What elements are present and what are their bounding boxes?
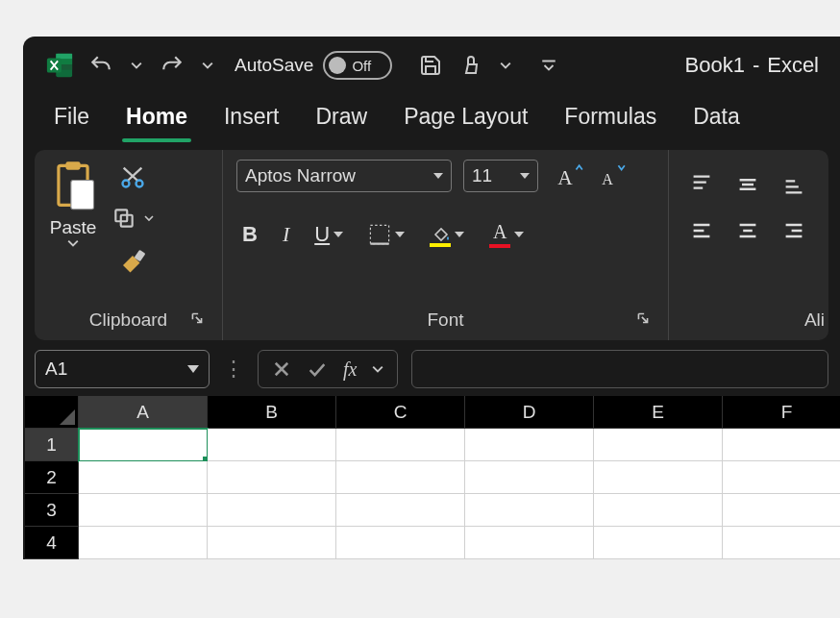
cell-a3[interactable] (79, 494, 208, 527)
formula-bar-separator-icon: ⋮ (223, 357, 244, 382)
select-all-corner[interactable] (25, 396, 79, 429)
cell-c1[interactable] (336, 429, 465, 461)
cell-f3[interactable] (723, 494, 840, 527)
cell-b4[interactable] (208, 527, 336, 559)
formula-bar-expand[interactable] (368, 359, 387, 379)
group-alignment: Ali (669, 150, 828, 340)
align-right-button[interactable] (775, 211, 813, 250)
cell-b2[interactable] (208, 461, 336, 494)
qat-customize-button[interactable] (536, 53, 561, 78)
insert-function-button[interactable]: fx (339, 355, 360, 384)
name-box[interactable]: A1 (35, 350, 210, 388)
font-color-swatch (489, 244, 510, 248)
column-header-c[interactable]: C (336, 396, 465, 429)
column-header-f[interactable]: F (723, 396, 840, 429)
cell-a2[interactable] (79, 461, 208, 494)
column-header-d[interactable]: D (465, 396, 594, 429)
font-size-select[interactable]: 11 (463, 160, 538, 192)
cell-d4[interactable] (465, 527, 594, 559)
row-header-1[interactable]: 1 (25, 429, 79, 461)
formula-bar-buttons: fx (258, 350, 398, 388)
document-name: Book1 (684, 53, 744, 78)
underline-button[interactable]: U (309, 218, 349, 251)
cell-a1[interactable] (79, 429, 208, 461)
border-button[interactable] (362, 219, 410, 250)
cell-e2[interactable] (594, 461, 723, 494)
tab-page-layout[interactable]: Page Layout (400, 100, 531, 142)
align-center-button[interactable] (729, 211, 767, 250)
font-name-select[interactable]: Aptos Narrow (236, 160, 452, 192)
svg-point-10 (136, 181, 143, 187)
redo-button[interactable] (156, 49, 188, 82)
group-clipboard: Paste (35, 150, 223, 340)
align-left-button[interactable] (682, 211, 721, 250)
tab-formulas[interactable]: Formulas (560, 100, 660, 142)
chevron-down-icon[interactable] (187, 365, 199, 373)
autosave-control: AutoSave Off (235, 51, 392, 80)
row-header-4[interactable]: 4 (25, 527, 79, 559)
italic-button[interactable]: I (277, 218, 295, 251)
align-bottom-button[interactable] (775, 165, 813, 204)
cell-c2[interactable] (336, 461, 465, 494)
copy-button[interactable] (108, 202, 140, 235)
cell-c4[interactable] (336, 527, 465, 559)
format-painter-button[interactable] (114, 242, 151, 279)
align-top-button[interactable] (682, 165, 721, 204)
undo-dropdown[interactable] (127, 56, 146, 75)
group-font: Aptos Narrow 11 A A B (223, 150, 669, 340)
tab-draw[interactable]: Draw (312, 100, 372, 142)
tab-home[interactable]: Home (122, 100, 191, 142)
cell-c3[interactable] (336, 494, 465, 527)
cell-b1[interactable] (208, 429, 336, 461)
cancel-formula-button[interactable] (268, 356, 295, 383)
svg-rect-18 (371, 225, 389, 243)
cell-d1[interactable] (465, 429, 594, 461)
decrease-font-size-button[interactable]: A (592, 160, 632, 192)
column-header-a[interactable]: A (79, 396, 208, 429)
autosave-state: Off (352, 58, 371, 74)
undo-button[interactable] (85, 49, 117, 82)
font-dialog-launcher[interactable] (633, 308, 653, 333)
redo-dropdown[interactable] (198, 56, 217, 75)
cell-e1[interactable] (594, 429, 723, 461)
fill-color-button[interactable] (424, 219, 470, 251)
app-name: Excel (767, 53, 819, 78)
column-header-e[interactable]: E (594, 396, 723, 429)
formula-input[interactable] (411, 350, 828, 388)
touch-mode-button[interactable] (456, 50, 486, 81)
row-header-2[interactable]: 2 (25, 461, 79, 494)
increase-font-size-button[interactable]: A (550, 160, 590, 192)
row-header-3[interactable]: 3 (25, 494, 79, 527)
font-color-button[interactable]: A (483, 217, 530, 252)
title-bar: AutoSave Off Book1 - (23, 37, 840, 94)
clipboard-dialog-launcher[interactable] (187, 308, 207, 333)
cell-e4[interactable] (594, 527, 723, 559)
svg-text:A: A (557, 166, 573, 188)
chevron-down-icon (395, 232, 405, 237)
cell-f1[interactable] (723, 429, 840, 461)
copy-dropdown[interactable] (140, 210, 158, 227)
toggle-knob-icon (329, 57, 346, 74)
cut-button[interactable] (115, 160, 150, 194)
enter-formula-button[interactable] (303, 356, 332, 383)
save-button[interactable] (415, 50, 446, 81)
align-middle-button[interactable] (729, 165, 767, 204)
cell-a4[interactable] (79, 527, 208, 559)
tab-insert[interactable]: Insert (220, 100, 284, 142)
group-label-alignment: Ali (804, 309, 825, 331)
tab-data[interactable]: Data (689, 100, 744, 142)
touch-mode-dropdown[interactable] (496, 56, 515, 75)
excel-window: AutoSave Off Book1 - (23, 37, 840, 559)
cell-f2[interactable] (723, 461, 840, 494)
column-header-b[interactable]: B (208, 396, 336, 429)
autosave-toggle[interactable]: Off (323, 51, 392, 80)
cell-d3[interactable] (465, 494, 594, 527)
group-label-font: Font (427, 309, 463, 331)
bold-button[interactable]: B (236, 218, 263, 251)
cell-e3[interactable] (594, 494, 723, 527)
tab-file[interactable]: File (50, 100, 93, 142)
cell-d2[interactable] (465, 461, 594, 494)
paste-button[interactable]: Paste (48, 160, 98, 306)
cell-f4[interactable] (723, 527, 840, 559)
cell-b3[interactable] (208, 494, 336, 527)
